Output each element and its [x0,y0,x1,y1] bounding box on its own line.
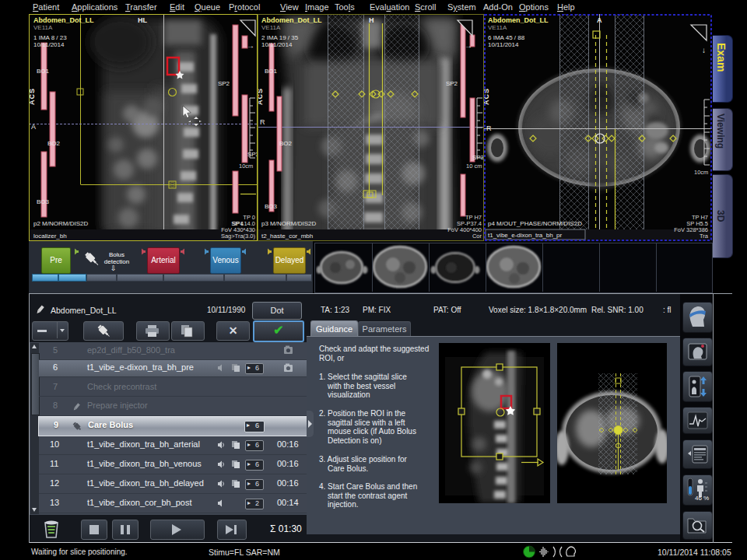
svg-text:BO1: BO1 [265,68,278,75]
svg-text:Abdomen_Dot_LL: Abdomen_Dot_LL [33,16,94,24]
svg-text:Cor: Cor [472,233,482,240]
svg-text:1 IMA 8 / 23: 1 IMA 8 / 23 [33,34,67,41]
svg-text:BO3: BO3 [265,203,278,210]
svg-text:10/11/2014: 10/11/2014 [33,41,65,48]
svg-text:6 IMA 45 / 88: 6 IMA 45 / 88 [488,34,525,41]
svg-text:p4 M/OUT_PHASE/NORM/DIS2D: p4 M/OUT_PHASE/NORM/DIS2D [488,220,582,227]
svg-text:10 cm: 10 cm [466,163,482,170]
svg-text:A: A [31,123,36,131]
svg-text:SP2: SP2 [218,80,230,87]
svg-text:ACS: ACS [258,88,264,105]
svg-text:BO3: BO3 [37,198,50,205]
svg-text:→: → [465,41,472,50]
svg-text:VE11A: VE11A [33,24,53,31]
svg-text:BO1: BO1 [37,68,50,75]
svg-text:BO2: BO2 [47,140,61,147]
svg-text:Sag>Tra(3.0): Sag>Tra(3.0) [221,233,256,240]
svg-text:p3 M/NORM/DIS2D: p3 M/NORM/DIS2D [261,220,316,227]
svg-text:localizer_bh: localizer_bh [33,233,67,240]
svg-text:t1_vibe_e-dixon_tra_bh_pr: t1_vibe_e-dixon_tra_bh_pr [488,232,563,239]
svg-text:Tra: Tra [700,233,709,240]
svg-text:10/11/2014: 10/11/2014 [488,41,519,48]
svg-text:10cm: 10cm [239,163,253,170]
svg-text:2 IMA 19 / 35: 2 IMA 19 / 35 [261,34,299,41]
svg-text:H: H [369,16,374,24]
svg-text:→: → [247,41,254,50]
svg-text:t2_haste_cor_mbh: t2_haste_cor_mbh [261,233,313,240]
svg-text:SP2: SP2 [446,80,458,87]
svg-text:HL: HL [138,16,147,24]
svg-text:Abdomen_Dot_LL: Abdomen_Dot_LL [488,16,549,24]
svg-text:10/11/2014: 10/11/2014 [261,41,293,48]
svg-text:↓: ↓ [702,46,706,54]
svg-text:VE11A: VE11A [488,24,507,31]
svg-text:ACS: ACS [29,88,36,105]
svg-text:R: R [486,124,492,132]
svg-text:SP3: SP3 [247,151,258,158]
svg-text:R: R [260,118,265,126]
svg-text:p2 M/NORM/DIS2D: p2 M/NORM/DIS2D [33,220,88,227]
svg-text:A: A [597,16,602,24]
svg-text:VE11A: VE11A [261,24,281,31]
svg-text:Abdomen_Dot_LL: Abdomen_Dot_LL [261,16,322,24]
svg-text:10cm: 10cm [694,169,708,176]
svg-text:BO2: BO2 [279,140,293,147]
